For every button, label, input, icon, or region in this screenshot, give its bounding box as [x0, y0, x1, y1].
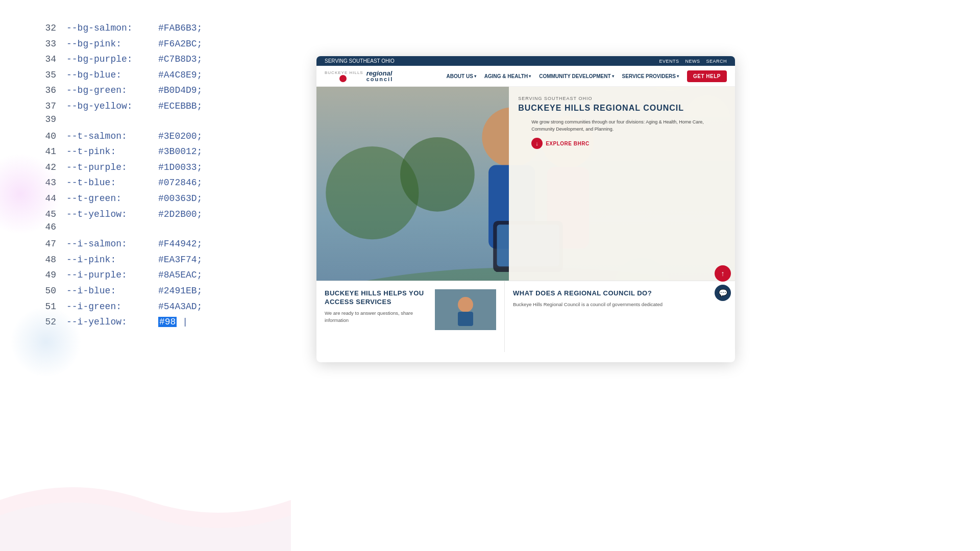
prop-val: #C7B8D3;	[158, 52, 202, 67]
line-number: 51	[31, 299, 56, 315]
bottom-title-help: BUCKEYE HILLS HELPS YOU ACCESS SERVICES	[325, 289, 430, 307]
site-hero: SERVING SOUTHEAST OHIO BUCKEYE HILLS REG…	[316, 87, 735, 281]
prop-name: --bg-pink:	[66, 36, 158, 52]
line-number: 47	[31, 236, 56, 252]
prop-name: --bg-salmon:	[66, 20, 158, 36]
bottom-img-illustration	[435, 289, 496, 330]
code-line-48: 48 --i-pink: #EA3F74;	[31, 252, 260, 268]
code-line-40: 40 --t-salmon: #3E0200;	[31, 129, 260, 144]
scroll-to-top-button[interactable]: ↑	[715, 265, 731, 282]
line-number: 33	[31, 36, 56, 52]
line-number: 35	[31, 67, 56, 83]
site-logo[interactable]: BUCKEYE HILLS regional council	[325, 70, 393, 82]
nav-aging-health[interactable]: AGING & HEALTH ▾	[484, 73, 531, 79]
prop-val: #3B0012;	[158, 144, 202, 160]
prop-name: --i-pink:	[66, 252, 158, 268]
chevron-down-icon: ▾	[612, 74, 614, 79]
logo-icon: BUCKEYE HILLS	[325, 70, 363, 82]
code-line-37: 37 --bg-yellow: #ECEBBB;	[31, 98, 260, 114]
prop-name: --t-blue:	[66, 175, 158, 191]
nav-events[interactable]: EVENTS	[659, 59, 679, 64]
get-help-button[interactable]: GET HELP	[687, 70, 727, 82]
explore-down-icon: ↓	[531, 138, 543, 149]
prop-val: #3E0200;	[158, 129, 202, 144]
code-line-34: 34 --bg-purple: #C7B8D3;	[31, 52, 260, 67]
top-bar-text: SERVING SOUTHEAST OHIO	[325, 58, 395, 64]
line-number: 46	[31, 222, 56, 232]
logo-council: council	[366, 77, 394, 82]
bottom-image-help	[435, 289, 496, 330]
site-bottom: BUCKEYE HILLS HELPS YOU ACCESS SERVICES …	[316, 281, 735, 352]
line-number: 36	[31, 83, 56, 98]
nav-news[interactable]: NEWS	[685, 59, 700, 64]
chevron-down-icon: ▾	[529, 74, 531, 79]
nav-label: ABOUT US	[447, 73, 473, 79]
explore-link[interactable]: ↓ EXPLORE BHRC	[531, 138, 726, 149]
svg-point-3	[400, 137, 475, 212]
hero-subtitle: SERVING SOUTHEAST OHIO	[518, 96, 726, 101]
explore-label: EXPLORE BHRC	[546, 141, 589, 146]
svg-rect-31	[458, 312, 473, 326]
line-number: 42	[31, 160, 56, 176]
prop-name: --t-yellow:	[66, 207, 158, 222]
code-line-51: 51 --i-green: #54A3AD;	[31, 299, 260, 315]
prop-name: --t-purple:	[66, 160, 158, 176]
hero-card-left: OLDER ADULTS & CAREGIVERS	[518, 119, 521, 210]
code-line-42: 42 --t-purple: #1D0033;	[31, 160, 260, 176]
prop-val: #8A5EAC;	[158, 267, 202, 283]
hero-right-col: We grow strong communities through our f…	[526, 119, 726, 210]
line-number: 32	[31, 20, 56, 36]
prop-val: #98 |	[158, 314, 188, 330]
code-panel: 32 --bg-salmon: #FAB6B3; 33 --bg-pink: #…	[0, 0, 291, 551]
code-line-49: 49 --i-purple: #8A5EAC;	[31, 267, 260, 283]
prop-val: #FAB6B3;	[158, 20, 202, 36]
nav-service-providers[interactable]: SERVICE PROVIDERS ▾	[622, 73, 679, 79]
nav-label: AGING & HEALTH	[484, 73, 528, 79]
site-header: BUCKEYE HILLS regional council ABOUT US …	[316, 66, 735, 87]
code-line-47: 47 --i-salmon: #F44942;	[31, 236, 260, 252]
code-line-45: 45 --t-yellow: #2D2B00;	[31, 207, 260, 222]
code-line-44: 44 --t-green: #00363D;	[31, 191, 260, 207]
prop-name: --bg-blue:	[66, 67, 158, 83]
line-number: 39	[31, 114, 56, 124]
prop-name: --t-pink:	[66, 144, 158, 160]
line-number: 44	[31, 191, 56, 207]
nav-community-dev[interactable]: COMMUNITY DEVELOPMENT ▾	[539, 73, 614, 79]
code-line-46: 46	[31, 222, 260, 236]
prop-name: --t-salmon:	[66, 129, 158, 144]
prop-name: --bg-green:	[66, 83, 158, 98]
bottom-section-content: BUCKEYE HILLS HELPS YOU ACCESS SERVICES …	[325, 289, 496, 330]
prop-val: #F6A2BC;	[158, 36, 202, 52]
hero-grid: OLDER ADULTS & CAREGIVERS	[518, 119, 521, 204]
prop-val: #2D2B00;	[158, 207, 202, 222]
line-number: 45	[31, 207, 56, 222]
site-top-bar: SERVING SOUTHEAST OHIO EVENTS NEWS SEARC…	[316, 56, 735, 66]
bottom-text-help: We are ready to answer questions, share …	[325, 310, 430, 324]
code-line-33: 33 --bg-pink: #F6A2BC;	[31, 36, 260, 52]
line-number: 41	[31, 144, 56, 160]
chevron-down-icon: ▾	[677, 74, 679, 79]
prop-val: #00363D;	[158, 191, 202, 207]
highlighted-text: #98	[158, 317, 177, 327]
cursor-text: |	[182, 317, 188, 327]
code-line-35: 35 --bg-blue: #A4C8E9;	[31, 67, 260, 83]
prop-val: #072846;	[158, 175, 202, 191]
prop-val: #1D0033;	[158, 160, 202, 176]
svg-point-30	[458, 297, 473, 312]
logo-small-text: BUCKEYE HILLS	[325, 70, 363, 75]
hero-card-content: OLDER ADULTS & CAREGIVERS	[518, 119, 726, 210]
nav-label: SERVICE PROVIDERS	[622, 73, 676, 79]
nav-about-us[interactable]: ABOUT US ▾	[447, 73, 476, 79]
line-number: 37	[31, 98, 56, 114]
prop-name: --bg-purple:	[66, 52, 158, 67]
code-line-39: 39	[31, 114, 260, 129]
hero-title: BUCKEYE HILLS REGIONAL COUNCIL	[518, 103, 726, 113]
nav-search[interactable]: SEARCH	[706, 59, 727, 64]
prop-name: --i-purple:	[66, 267, 158, 283]
prop-val: #54A3AD;	[158, 299, 202, 315]
prop-name: --t-green:	[66, 191, 158, 207]
prop-val: #2491EB;	[158, 283, 202, 299]
bottom-title-council: WHAT DOES A REGIONAL COUNCIL DO?	[513, 289, 727, 298]
chat-button[interactable]: 💬	[715, 285, 731, 301]
line-number: 40	[31, 129, 56, 144]
